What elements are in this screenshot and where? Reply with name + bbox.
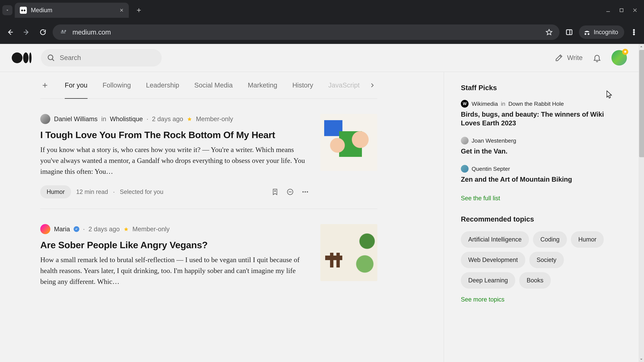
tab-close-button[interactable] — [119, 7, 124, 13]
author-avatar[interactable] — [40, 114, 50, 124]
pick-author[interactable]: Quentin Septer — [472, 166, 510, 172]
pick-title[interactable]: Zen and the Art of Mountain Biking — [461, 175, 618, 184]
topic-chip[interactable]: Humor — [571, 231, 604, 248]
pick-title[interactable]: Get in the Van. — [461, 147, 618, 156]
tab-social-media[interactable]: Social Media — [194, 72, 233, 98]
topic-chip[interactable]: Web Development — [461, 252, 525, 268]
recommended-topics-heading: Recommended topics — [461, 215, 618, 223]
see-full-list-link[interactable]: See the full list — [461, 195, 500, 202]
pick-avatar[interactable] — [461, 137, 468, 144]
tab-following[interactable]: Following — [103, 72, 131, 98]
see-more-topics-link[interactable]: See more topics — [461, 296, 504, 303]
notifications-button[interactable] — [592, 53, 602, 63]
tab-marketing[interactable]: Marketing — [248, 72, 278, 98]
tab-for-you[interactable]: For you — [65, 72, 88, 98]
topic-chip[interactable]: Deep Learning — [461, 272, 515, 289]
site-info-icon[interactable] — [59, 28, 68, 36]
feed-column: For you Following Leadership Social Medi… — [0, 72, 444, 362]
topic-chip[interactable]: Books — [519, 272, 551, 289]
chevron-right-icon — [370, 83, 375, 88]
show-less-button[interactable] — [285, 187, 295, 197]
author-avatar[interactable] — [40, 224, 50, 234]
article-more-button[interactable] — [300, 187, 310, 197]
staff-picks-heading: Staff Picks — [461, 84, 618, 92]
svg-point-7 — [302, 191, 304, 193]
user-avatar[interactable] — [612, 50, 627, 65]
article-byline: Maria · 2 days ago Member-only — [40, 224, 310, 234]
tab-title: Medium — [31, 7, 52, 14]
verified-badge-icon — [74, 226, 79, 232]
scrollbar-up-arrow[interactable] — [639, 44, 644, 49]
feed-article: Maria · 2 days ago Member-only Are Sober… — [40, 209, 377, 297]
nav-reload-button[interactable] — [36, 25, 50, 39]
write-icon — [554, 53, 563, 62]
scrollbar-down-arrow[interactable] — [639, 357, 644, 362]
article-thumbnail[interactable] — [320, 114, 377, 171]
tabs-scroll-right[interactable] — [367, 80, 377, 90]
medium-logo[interactable] — [12, 52, 32, 63]
search-placeholder: Search — [60, 54, 81, 61]
article-thumbnail[interactable] — [320, 224, 377, 281]
write-button[interactable]: Write — [554, 53, 582, 62]
author-link[interactable]: Daniel Williams — [54, 115, 98, 123]
selected-for-you: Selected for you — [120, 188, 163, 195]
pick-avatar[interactable] — [461, 165, 468, 173]
svg-rect-1 — [566, 30, 572, 34]
tab-leadership[interactable]: Leadership — [146, 72, 179, 98]
browser-toolbar: medium.com Incognito — [0, 20, 644, 44]
scrollbar-thumb[interactable] — [639, 50, 644, 157]
svg-rect-0 — [620, 9, 623, 12]
content-area: For you Following Leadership Social Medi… — [0, 72, 639, 362]
article-tag[interactable]: Humor — [40, 185, 71, 198]
pick-publication[interactable]: Down the Rabbit Hole — [508, 100, 564, 107]
add-tab-button[interactable] — [40, 81, 50, 90]
article-title[interactable]: Are Sober People Like Angry Vegans? — [40, 240, 310, 250]
sidebar: Staff Picks W Wikimedia in Down the Rabb… — [444, 72, 639, 362]
window-minimize[interactable] — [602, 5, 615, 15]
pick-title[interactable]: Birds, bugs, and beauty: The winners of … — [461, 110, 618, 127]
article-title[interactable]: I Tough Love You From The Rock Bottom Of… — [40, 129, 310, 140]
window-maximize[interactable] — [615, 5, 628, 15]
window-close[interactable] — [628, 5, 642, 15]
nav-forward-button[interactable] — [20, 25, 33, 39]
chrome-menu-button[interactable] — [627, 25, 641, 39]
save-bookmark-button[interactable] — [270, 187, 280, 197]
address-bar[interactable]: medium.com — [53, 24, 560, 40]
pick-avatar[interactable]: W — [461, 100, 468, 108]
incognito-indicator[interactable]: Incognito — [579, 25, 624, 39]
svg-point-8 — [304, 191, 306, 193]
search-icon — [47, 54, 55, 62]
bell-icon — [593, 53, 602, 62]
byline-in: in — [101, 115, 106, 123]
article-meta: Humor 12 min read · Selected for you — [40, 185, 310, 198]
incognito-label: Incognito — [594, 29, 618, 36]
author-link[interactable]: Maria — [54, 226, 70, 233]
tab-javascript[interactable]: JavaScript — [328, 72, 360, 98]
topic-chip[interactable]: Society — [529, 252, 564, 268]
topic-chip[interactable]: Coding — [533, 231, 567, 248]
browser-tab[interactable]: ●● Medium — [15, 3, 129, 18]
pick-author[interactable]: Joan Westenberg — [472, 137, 516, 144]
url-text: medium.com — [72, 28, 111, 36]
more-icon — [302, 188, 309, 196]
member-star-icon — [187, 116, 192, 122]
nav-back-button[interactable] — [3, 25, 17, 39]
staff-pick: W Wikimedia in Down the Rabbit Hole Bird… — [461, 100, 618, 127]
page-scrollbar[interactable] — [639, 44, 644, 362]
tab-search-dropdown[interactable] — [2, 5, 12, 15]
article-date: 2 days ago — [88, 226, 120, 233]
member-only-label: Member-only — [196, 115, 233, 123]
topic-chip[interactable]: Artificial Intelligence — [461, 231, 529, 248]
read-time: 12 min read — [76, 188, 108, 195]
side-panel-button[interactable] — [562, 25, 576, 39]
tab-history[interactable]: History — [292, 72, 313, 98]
incognito-icon — [583, 28, 591, 36]
new-tab-button[interactable] — [134, 5, 144, 15]
search-input[interactable]: Search — [41, 49, 162, 66]
publication-link[interactable]: Wholistique — [110, 115, 143, 123]
bookmark-star-icon[interactable] — [545, 28, 554, 36]
byline-sep: · — [146, 115, 148, 123]
page-viewport: Search Write — [0, 44, 644, 362]
member-star-icon — [124, 226, 129, 232]
pick-author[interactable]: Wikimedia — [472, 100, 498, 107]
